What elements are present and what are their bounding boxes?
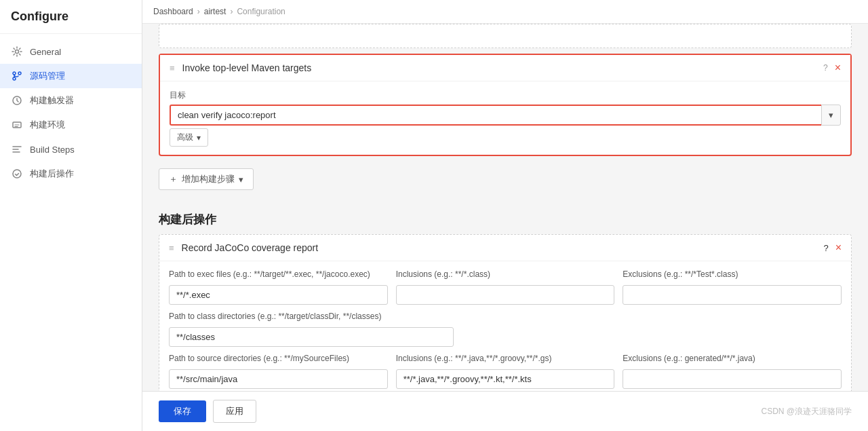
sidebar-item-general-label: General xyxy=(30,47,61,57)
maven-step-header: ≡ Invoke top-level Maven targets ? × xyxy=(160,55,850,81)
add-step-label: 增加构建步骤 xyxy=(182,173,235,185)
class-dir-label: Path to class directories (e.g.: **/targ… xyxy=(169,312,454,321)
main-area: Dashboard › airtest › Configuration ≡ In… xyxy=(142,0,868,431)
maven-step-title: Invoke top-level Maven targets xyxy=(182,62,816,73)
sidebar-title: Configure xyxy=(0,0,142,34)
breadcrumb-config: Configuration xyxy=(237,7,285,16)
maven-dropdown-btn[interactable]: ▾ xyxy=(821,105,841,126)
maven-field-label: 目标 xyxy=(170,90,841,101)
maven-close-icon[interactable]: × xyxy=(835,62,841,74)
jacoco-drag-icon[interactable]: ≡ xyxy=(169,243,175,253)
bottom-bar: 保存 应用 CSDN @浪迹天涯骆同学 xyxy=(142,391,868,431)
sidebar-item-build-steps-label: Build Steps xyxy=(30,145,75,155)
exclusions-input[interactable] xyxy=(623,285,842,305)
post-icon xyxy=(11,168,23,180)
class-dir-input[interactable] xyxy=(169,327,454,347)
jacoco-row1: Path to exec files (e.g.: **/target/**.e… xyxy=(169,269,842,305)
src-dir-input[interactable] xyxy=(169,369,388,389)
svg-point-3 xyxy=(18,72,21,75)
env-icon xyxy=(11,119,23,131)
jacoco-title: Record JaCoCo coverage report xyxy=(182,242,817,253)
breadcrumb-sep1: › xyxy=(197,7,200,16)
maven-input-group: ▾ xyxy=(170,105,841,126)
sidebar-item-trigger-label: 构建触发器 xyxy=(30,94,74,107)
src-exclusions-input[interactable] xyxy=(623,369,842,389)
class-dir-group: Path to class directories (e.g.: **/targ… xyxy=(169,312,454,347)
maven-advanced-label: 高级 xyxy=(177,132,193,143)
sidebar: Configure General 源码管理 构建触发器 xyxy=(0,0,142,431)
save-button[interactable]: 保存 xyxy=(159,400,206,422)
sidebar-item-env-label: 构建环境 xyxy=(30,119,65,131)
trigger-icon xyxy=(11,94,23,107)
jacoco-header: ≡ Record JaCoCo coverage report ? × xyxy=(159,235,851,261)
exec-path-input[interactable] xyxy=(169,285,388,305)
src-dir-group: Path to source directories (e.g.: **/myS… xyxy=(169,354,388,389)
top-placeholder xyxy=(159,24,852,48)
src-dir-label: Path to source directories (e.g.: **/myS… xyxy=(169,354,388,363)
gear-icon xyxy=(11,45,23,58)
sidebar-item-env[interactable]: 构建环境 xyxy=(0,113,142,137)
sidebar-item-general[interactable]: General xyxy=(0,39,142,64)
breadcrumb-airtest[interactable]: airtest xyxy=(204,7,226,16)
sidebar-item-build-steps[interactable]: Build Steps xyxy=(0,137,142,162)
jacoco-card: ≡ Record JaCoCo coverage report ? × Path… xyxy=(159,234,852,391)
exclusions-group: Exclusions (e.g.: **/*Test*.class) xyxy=(623,269,842,305)
maven-advanced-btn[interactable]: 高级 ▾ xyxy=(170,128,208,147)
sidebar-item-source[interactable]: 源码管理 xyxy=(0,64,142,88)
jacoco-help-icon[interactable]: ? xyxy=(823,243,828,253)
maven-step-card: ≡ Invoke top-level Maven targets ? × 目标 … xyxy=(159,54,852,156)
plus-icon: ＋ xyxy=(169,173,178,185)
post-build-title: 构建后操作 xyxy=(159,201,852,234)
maven-targets-input[interactable] xyxy=(170,105,821,126)
sidebar-nav: General 源码管理 构建触发器 构建环境 xyxy=(0,34,142,191)
sidebar-item-source-label: 源码管理 xyxy=(30,70,65,82)
sidebar-item-trigger[interactable]: 构建触发器 xyxy=(0,88,142,113)
svg-point-0 xyxy=(16,50,19,54)
src-inclusions-group: Inclusions (e.g.: **/*.java,**/*.groovy,… xyxy=(396,354,615,389)
exec-path-label: Path to exec files (e.g.: **/target/**.e… xyxy=(169,269,388,279)
add-step-chevron: ▾ xyxy=(239,174,243,185)
exclusions-label: Exclusions (e.g.: **/*Test*.class) xyxy=(623,269,842,279)
drag-handle-icon[interactable]: ≡ xyxy=(170,63,176,73)
steps-icon xyxy=(11,143,23,155)
csdn-watermark: CSDN @浪迹天涯骆同学 xyxy=(761,406,852,417)
exec-path-group: Path to exec files (e.g.: **/target/**.e… xyxy=(169,269,388,305)
jacoco-close-icon[interactable]: × xyxy=(835,242,842,254)
branch-icon xyxy=(11,70,23,82)
breadcrumb-sep2: › xyxy=(230,7,233,16)
apply-button[interactable]: 应用 xyxy=(213,400,256,423)
src-inclusions-label: Inclusions (e.g.: **/*.java,**/*.groovy,… xyxy=(396,354,615,363)
content-area: ≡ Invoke top-level Maven targets ? × 目标 … xyxy=(142,24,868,391)
svg-point-6 xyxy=(13,170,21,178)
breadcrumb-dashboard[interactable]: Dashboard xyxy=(153,7,193,16)
jacoco-row3: Path to source directories (e.g.: **/myS… xyxy=(169,354,842,389)
src-exclusions-group: Exclusions (e.g.: generated/**/*.java) xyxy=(623,354,842,389)
inclusions-label: Inclusions (e.g.: **/*.class) xyxy=(396,269,615,279)
src-exclusions-label: Exclusions (e.g.: generated/**/*.java) xyxy=(623,354,842,363)
maven-step-body: 目标 ▾ 高级 ▾ xyxy=(160,81,850,155)
add-build-step-button[interactable]: ＋ 增加构建步骤 ▾ xyxy=(159,168,254,190)
chevron-down-icon: ▾ xyxy=(197,133,201,143)
sidebar-item-post-build-label: 构建后操作 xyxy=(30,168,74,180)
src-inclusions-input[interactable] xyxy=(396,369,615,389)
jacoco-body: Path to exec files (e.g.: **/target/**.e… xyxy=(159,261,851,391)
inclusions-group: Inclusions (e.g.: **/*.class) xyxy=(396,269,615,305)
breadcrumb: Dashboard › airtest › Configuration xyxy=(142,0,868,24)
inclusions-input[interactable] xyxy=(396,285,615,305)
maven-help-icon[interactable]: ? xyxy=(823,63,828,73)
sidebar-item-post-build[interactable]: 构建后操作 xyxy=(0,162,142,186)
